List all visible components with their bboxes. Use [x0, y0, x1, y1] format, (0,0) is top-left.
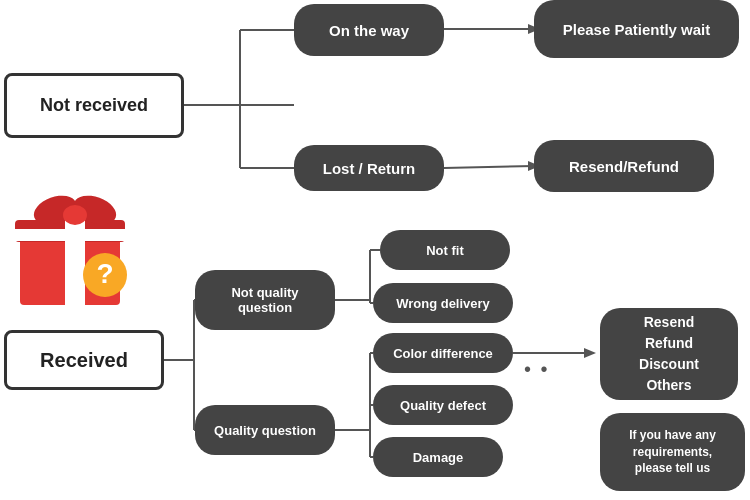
svg-text:?: ? — [96, 258, 113, 289]
not-fit-node: Not fit — [380, 230, 510, 270]
quality-defect-node: Quality defect — [373, 385, 513, 425]
gift-box-image: ? — [10, 180, 140, 310]
resend-refund-box: Resend Refund Discount Others — [600, 308, 738, 400]
svg-point-29 — [63, 205, 87, 225]
color-diff-node: Color difference — [373, 333, 513, 373]
svg-rect-26 — [15, 229, 125, 241]
requirements-box: If you have any requirements, please tel… — [600, 413, 745, 491]
svg-marker-22 — [584, 348, 596, 358]
not-quality-node: Not quality question — [195, 270, 335, 330]
not-received-node: Not received — [4, 73, 184, 138]
diagram: Not received On the way Please Patiently… — [0, 0, 750, 500]
svg-line-6 — [444, 166, 534, 168]
ellipsis-dots: • • — [524, 358, 550, 381]
wrong-delivery-node: Wrong delivery — [373, 283, 513, 323]
damage-node: Damage — [373, 437, 503, 477]
quality-question-node: Quality question — [195, 405, 335, 455]
received-node: Received — [4, 330, 164, 390]
resend-refund-top-node: Resend/Refund — [534, 140, 714, 192]
on-the-way-node: On the way — [294, 4, 444, 56]
lost-return-node: Lost / Return — [294, 145, 444, 191]
please-wait-node: Please Patiently wait — [534, 0, 739, 58]
